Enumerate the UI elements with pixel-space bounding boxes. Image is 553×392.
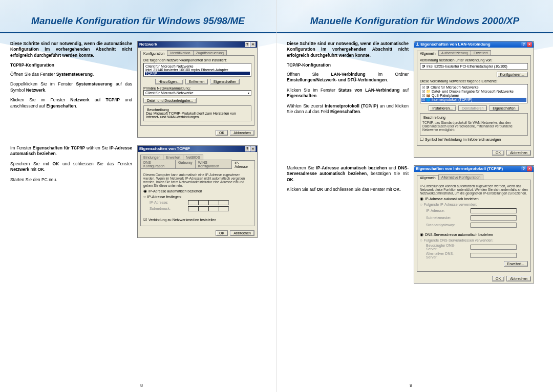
step: Klicken Sie im Fenster Netzwerk auf TCP/… <box>10 97 132 109</box>
dialog-title: Netzwerk ?× <box>138 41 257 48</box>
row1-left: Diese Schritte sind nur notwendig, wenn … <box>10 41 266 138</box>
close-icon[interactable]: × <box>250 42 256 47</box>
window-controls: ?× <box>245 146 256 151</box>
dialog-tcpip-xp: Eigenschaften von Internetprotokoll (TCP… <box>414 165 534 284</box>
radio-auto-ip[interactable]: IP-Adresse automatisch beziehen <box>143 189 251 193</box>
tcpip-desc: Diesem Computer kann automatisch eine IP… <box>143 173 251 187</box>
dialog-lan-props: ⊥ Eigenschaften von LAN-Verbindung ?× Al… <box>414 41 534 158</box>
add-button[interactable]: Hinzufügen... <box>155 79 183 84</box>
text-top-left: Diese Schritte sind nur notwendig, wenn … <box>10 41 132 138</box>
title-band-right: Manuelle Konfiguration für Windows 2000/… <box>276 0 553 33</box>
row1-right: Diese Schritte sind nur notwendig, wenn … <box>287 41 543 158</box>
check-detect[interactable]: Verbindung zu Netzwerkmedien feststellen <box>143 217 251 222</box>
subhead-tcpip-left: TCP/IP-Konfiguration <box>10 62 132 68</box>
logon-dropdown[interactable]: Client für Microsoft-Netzwerke <box>143 90 251 96</box>
dialog-tcpip-props: Eigenschaften von TCP/IP ?× Bindungen Er… <box>137 145 258 238</box>
cancel-button[interactable]: Abbrechen <box>506 150 531 156</box>
components-label: Die folgenden Netzwerkkomponenten sind i… <box>143 58 251 62</box>
connect-using-label: Verbindung herstellen unter Verwendung v… <box>420 58 528 62</box>
screenshot-network-dialog: Netzwerk ?× Konfiguration Identifikation… <box>137 41 258 138</box>
screenshot-tcpip-props: Eigenschaften von TCP/IP ?× Bindungen Er… <box>137 145 258 238</box>
help-icon[interactable]: ? <box>521 42 526 47</box>
page-left: Manuelle Konfiguration für Windows 95/98… <box>0 0 276 392</box>
step: Wählen Sie zuerst Internetprotokoll (TCP… <box>287 103 409 115</box>
remove-button[interactable]: Entfernen <box>185 79 208 84</box>
step: Klicken Sie auf OK und schliessen Sie da… <box>287 187 409 192</box>
install-button[interactable]: Installieren... <box>429 105 456 111</box>
file-share-button[interactable]: Datei- und Druckerfreigabe... <box>143 98 197 103</box>
cancel-button[interactable]: Abbrechen <box>230 230 254 236</box>
description-text: Das Microsoft TCP/IP-Protokoll dient zum… <box>146 112 249 119</box>
screenshot-lan-props: ⊥ Eigenschaften von LAN-Verbindung ?× Al… <box>414 41 534 158</box>
help-icon[interactable]: ? <box>245 42 250 47</box>
window-controls: ?× <box>521 166 532 171</box>
page-spread: Manuelle Konfiguration für Windows 95/98… <box>0 0 553 392</box>
help-icon[interactable]: ? <box>521 166 526 171</box>
advanced-button[interactable]: Erweitert... <box>504 261 528 267</box>
step: Speichern Sie mit OK und schliessen Sie … <box>10 161 132 173</box>
subnet-row: Subnetmask: <box>150 206 251 211</box>
close-icon[interactable]: × <box>250 146 256 151</box>
properties-button[interactable]: Eigenschaften <box>489 105 519 111</box>
dialog-netzwerk: Netzwerk ?× Konfiguration Identifikation… <box>137 41 258 138</box>
page-title-right: Manuelle Konfiguration für Windows 2000/… <box>287 15 543 27</box>
cancel-button[interactable]: Abbrechen <box>506 276 531 281</box>
title-band-left: Manuelle Konfiguration für Windows 95/98… <box>0 0 276 33</box>
properties-button[interactable]: Eigenschaften <box>210 79 240 84</box>
elements-listbox[interactable]: 🖳Client für Microsoft-Netzwerke 📁Datei- … <box>420 84 528 103</box>
tab-configuration[interactable]: Konfiguration <box>140 51 167 56</box>
radio-auto-dns[interactable]: DNS-Serveradresse automatisch beziehen <box>420 232 528 237</box>
close-icon[interactable]: × <box>527 166 532 171</box>
adapter-box: 🖳 Intel 8255x-basierter PCI-Ethernetadap… <box>420 63 528 70</box>
radio-manual-dns[interactable]: Folgende DNS-Serveradressen verwenden: <box>420 238 528 243</box>
page-title-left: Manuelle Konfiguration für Windows 95/98… <box>10 15 266 27</box>
row2-right: Markieren Sie IP-Adresse automatisch bez… <box>287 165 543 284</box>
row2-left: Im Fenster Eigenschaften für TCP/IP wähl… <box>10 145 266 238</box>
help-icon[interactable]: ? <box>245 146 250 151</box>
components-listbox[interactable]: Client für Microsoft-Netzwerke Intel 211… <box>143 63 251 77</box>
text-top-right: Diese Schritte sind nur notwendig, wenn … <box>287 41 409 158</box>
step: Öffnen Sie LAN-Verbindung im Ordner Eins… <box>287 72 409 83</box>
logon-label: Primäre Netzwerkanmeldung: <box>143 86 251 90</box>
step: Klicken Sie im Fenster Status von LAN-Ve… <box>287 88 409 99</box>
step: Markieren Sie IP-Adresse automatisch bez… <box>287 165 409 183</box>
step: Starten Sie den PC neu. <box>10 177 132 183</box>
tab-identification[interactable]: Identifikation <box>167 50 193 55</box>
cancel-button[interactable]: Abbrechen <box>230 130 254 136</box>
ok-button[interactable]: OK <box>492 150 504 156</box>
radio-auto-ip[interactable]: IP-Adresse automatisch beziehen <box>420 197 528 201</box>
subhead-tcpip-right: TCP/IP-Konfiguration <box>287 62 409 68</box>
radio-manual-ip[interactable]: IP-Adresse festlegen: <box>143 194 251 199</box>
window-controls: ?× <box>245 42 256 47</box>
page-number-right: 9 <box>410 383 412 388</box>
uninstall-button: Deinstallieren <box>458 105 487 111</box>
step: Im Fenster Eigenschaften für TCP/IP wähl… <box>10 145 132 157</box>
step: Doppelklicken Sie im Fenster Systemsteue… <box>10 81 132 93</box>
check-notify[interactable]: Symbol bei Verbindung im Infobereich anz… <box>420 137 528 142</box>
step: Öffnen Sie das Fenster Systemsteuerung. <box>10 72 132 77</box>
uses-label: Diese Verbindung verwendet folgende Elem… <box>420 79 528 83</box>
text-bottom-left: Im Fenster Eigenschaften für TCP/IP wähl… <box>10 145 132 238</box>
configure-button[interactable]: Konfigurieren... <box>497 72 528 77</box>
window-controls: ?× <box>521 42 532 47</box>
dialog-title: ⊥ Eigenschaften von LAN-Verbindung ?× <box>414 41 534 48</box>
tabs: Konfiguration Identifikation Zugriffsste… <box>140 50 254 55</box>
tab-access[interactable]: Zugriffssteuerung <box>193 50 227 55</box>
text-bottom-right: Markieren Sie IP-Adresse automatisch bez… <box>287 165 409 284</box>
dialog-title: Eigenschaften von Internetprotokoll (TCP… <box>414 166 534 172</box>
ok-button[interactable]: OK <box>216 130 228 136</box>
close-icon[interactable]: × <box>527 42 532 47</box>
ip-address-row: IP-Adresse: <box>150 200 251 205</box>
dialog-title: Eigenschaften von TCP/IP ?× <box>138 146 257 152</box>
page-number-left: 8 <box>140 383 143 388</box>
radio-manual-ip[interactable]: Folgende IP-Adresse verwenden: <box>420 202 528 207</box>
ok-button[interactable]: OK <box>492 276 504 281</box>
screenshot-tcpip-xp: Eigenschaften von Internetprotokoll (TCP… <box>414 165 534 284</box>
page-right: Manuelle Konfiguration für Windows 2000/… <box>276 0 553 392</box>
ok-button[interactable]: OK <box>216 230 228 236</box>
